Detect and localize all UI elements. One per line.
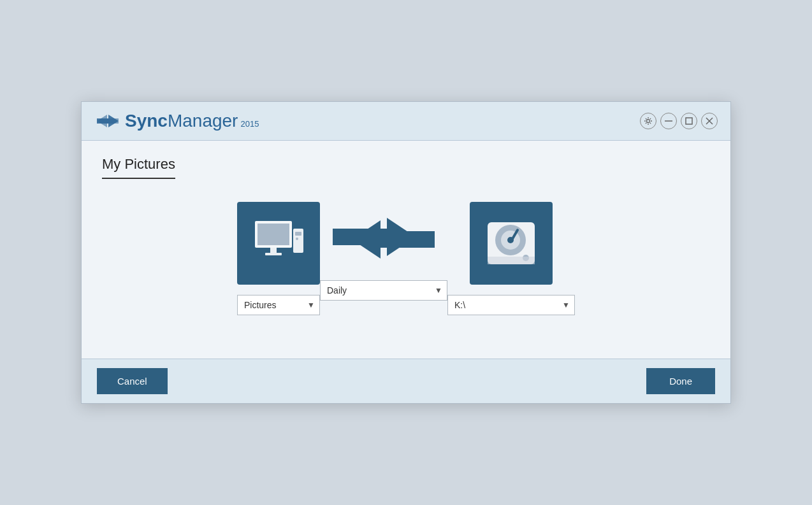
- schedule-item: DailyHourlyWeeklyMonthlyManual▼: [320, 217, 447, 301]
- content-area: My Pictures: [82, 141, 730, 359]
- svg-rect-12: [295, 232, 301, 236]
- svg-rect-22: [488, 257, 535, 264]
- source-icon-box: [237, 202, 320, 285]
- app-logo-icon: [97, 112, 119, 130]
- hard-drive-icon: [482, 215, 540, 272]
- close-icon: [706, 117, 713, 125]
- cancel-button[interactable]: Cancel: [97, 368, 168, 394]
- source-dropdown[interactable]: Pictures Documents Downloads Desktop Mus…: [237, 295, 320, 315]
- sync-row: Pictures Documents Downloads Desktop Mus…: [102, 202, 710, 315]
- logo-manager: Manager: [168, 111, 238, 131]
- svg-point-13: [296, 238, 298, 240]
- svg-point-2: [647, 120, 650, 123]
- minimize-icon: [665, 120, 672, 122]
- svg-rect-9: [270, 248, 277, 253]
- svg-rect-10: [265, 253, 282, 255]
- source-item: Pictures Documents Downloads Desktop Mus…: [237, 202, 320, 315]
- svg-rect-4: [686, 118, 692, 124]
- done-button[interactable]: Done: [646, 368, 715, 394]
- svg-rect-3: [665, 120, 672, 122]
- section-title: My Pictures: [102, 156, 175, 179]
- titlebar: SyncManager2015: [82, 102, 730, 141]
- svg-marker-1: [97, 115, 119, 127]
- destination-dropdown-wrapper[interactable]: K:\ D:\ E:\ F:\ G:\ ▼: [447, 295, 575, 315]
- maximize-icon: [685, 117, 693, 125]
- schedule-dropdown-wrapper[interactable]: DailyHourlyWeeklyMonthlyManual▼: [320, 280, 447, 301]
- app-title: SyncManager2015: [125, 111, 259, 131]
- minimize-button[interactable]: [660, 113, 677, 129]
- schedule-dropdown[interactable]: DailyHourlyWeeklyMonthlyManual: [320, 280, 447, 301]
- destination-item: K:\ D:\ E:\ F:\ G:\ ▼: [447, 202, 575, 315]
- sync-arrows-icon: [333, 206, 435, 270]
- footer: Cancel Done: [82, 359, 730, 403]
- window-controls: [640, 113, 718, 129]
- logo-year: 2015: [240, 119, 259, 129]
- source-dropdown-wrapper[interactable]: Pictures Documents Downloads Desktop Mus…: [237, 295, 320, 315]
- app-window: SyncManager2015: [81, 101, 731, 404]
- computer-icon: [250, 215, 307, 272]
- destination-dropdown[interactable]: K:\ D:\ E:\ F:\ G:\: [447, 295, 575, 315]
- maximize-button[interactable]: [681, 113, 697, 129]
- destination-icon-box: [470, 202, 553, 285]
- svg-rect-8: [257, 224, 289, 245]
- logo-area: SyncManager2015: [97, 111, 259, 131]
- close-button[interactable]: [701, 113, 718, 129]
- gear-icon: [644, 117, 653, 125]
- sync-arrows-box: [323, 206, 444, 270]
- logo-sync: Sync: [125, 111, 168, 131]
- settings-button[interactable]: [640, 113, 656, 129]
